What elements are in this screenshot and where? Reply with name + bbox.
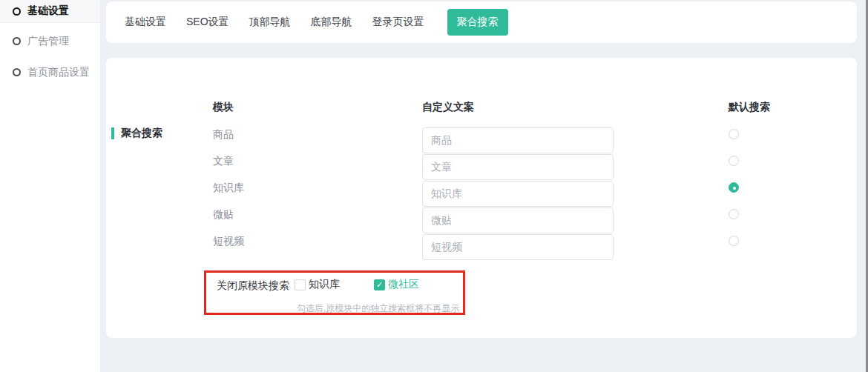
- close-module-search-options: 知识库 ✓ 微社区: [295, 278, 419, 291]
- module-rows: 商品 文章 知识库 微贴 短视频: [213, 127, 739, 261]
- sidebar-item-basic-settings[interactable]: 基础设置: [0, 0, 100, 23]
- table-row: 知识库: [213, 181, 739, 207]
- custom-text-input-article[interactable]: [422, 154, 614, 180]
- column-header-default-search: 默认搜索: [729, 101, 770, 114]
- column-header-module: 模块: [213, 101, 422, 114]
- table-header-row: 模块 自定义文案 默认搜索: [213, 101, 770, 114]
- column-header-custom-text: 自定义文案: [422, 101, 614, 114]
- tab-basic-settings[interactable]: 基础设置: [125, 16, 166, 29]
- circle-icon: [13, 7, 21, 16]
- sidebar-item-label: 基础设置: [27, 4, 69, 18]
- module-label: 短视频: [213, 234, 422, 248]
- title-accent-bar-icon: [111, 127, 114, 139]
- sidebar-item-home-product-settings[interactable]: 首页商品设置: [0, 61, 100, 84]
- aggregate-search-panel: 聚合搜索 模块 自定义文案 默认搜索 商品 文章 知识库 微贴 短视频: [106, 58, 857, 338]
- close-module-search-hint: 勾选后,原模块中的独立搜索框将不再显示: [297, 302, 459, 315]
- sidebar-item-label: 广告管理: [27, 35, 69, 48]
- table-row: 商品: [213, 127, 739, 154]
- table-row: 微贴: [213, 207, 739, 234]
- default-search-radio-shortvideo[interactable]: [729, 236, 739, 246]
- checkbox-knowledge-label[interactable]: 知识库: [309, 278, 340, 291]
- tab-seo-settings[interactable]: SEO设置: [186, 16, 229, 29]
- tab-top-navigation[interactable]: 顶部导航: [249, 16, 291, 29]
- sidebar-item-ad-management[interactable]: 广告管理: [0, 30, 100, 53]
- sidebar-item-label: 首页商品设置: [27, 66, 90, 79]
- checkbox-knowledge[interactable]: [295, 279, 306, 290]
- custom-text-input-micropost[interactable]: [422, 207, 614, 233]
- section-title-text: 聚合搜索: [121, 127, 162, 140]
- module-label: 文章: [213, 154, 422, 168]
- checkbox-microcommunity[interactable]: ✓: [374, 279, 385, 290]
- module-label: 微贴: [213, 207, 422, 222]
- table-row: 文章: [213, 154, 739, 181]
- table-row: 短视频: [213, 234, 739, 261]
- module-label: 知识库: [213, 181, 422, 195]
- circle-icon: [13, 37, 21, 45]
- settings-tab-bar: 基础设置 SEO设置 顶部导航 底部导航 登录页设置 聚合搜索: [106, 1, 857, 43]
- tab-aggregate-search[interactable]: 聚合搜索: [447, 9, 508, 36]
- circle-icon: [13, 68, 21, 76]
- check-icon: ✓: [376, 281, 383, 289]
- close-module-search-label: 关闭原模块搜索: [217, 279, 289, 293]
- checkbox-microcommunity-label[interactable]: 微社区: [388, 278, 419, 291]
- sidebar: 基础设置 广告管理 首页商品设置: [0, 0, 100, 372]
- module-label: 商品: [213, 127, 422, 142]
- section-title: 聚合搜索: [111, 127, 162, 140]
- tab-bottom-navigation[interactable]: 底部导航: [311, 16, 352, 29]
- tab-login-page-settings[interactable]: 登录页设置: [372, 16, 424, 29]
- custom-text-input-shortvideo[interactable]: [422, 234, 614, 260]
- default-search-radio-article[interactable]: [729, 156, 739, 166]
- default-search-radio-micropost[interactable]: [729, 209, 739, 219]
- custom-text-input-knowledge[interactable]: [422, 181, 614, 207]
- default-search-radio-goods[interactable]: [729, 129, 739, 139]
- default-search-radio-knowledge[interactable]: [729, 182, 739, 193]
- custom-text-input-goods[interactable]: [422, 127, 614, 153]
